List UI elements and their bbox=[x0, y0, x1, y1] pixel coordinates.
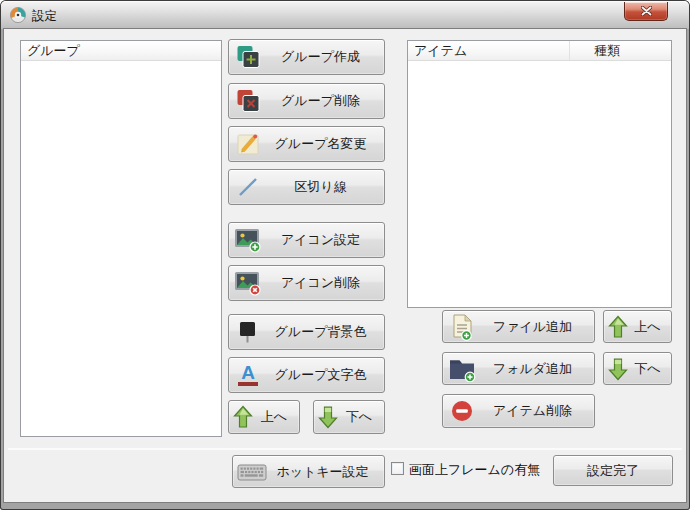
group-list[interactable]: グループ bbox=[20, 40, 222, 437]
delete-item-label: アイテム削除 bbox=[481, 402, 594, 420]
arrow-down-icon bbox=[314, 405, 342, 429]
arrow-up-icon bbox=[229, 405, 257, 429]
arrow-up-icon bbox=[604, 315, 632, 339]
item-move-down-label: 下へ bbox=[632, 360, 671, 378]
done-button[interactable]: 設定完了 bbox=[553, 455, 673, 486]
icon-delete-button[interactable]: アイコン削除 bbox=[228, 265, 385, 301]
item-move-up-button[interactable]: 上へ bbox=[603, 310, 672, 343]
rename-group-label: グループ名変更 bbox=[267, 135, 384, 153]
group-bg-color-label: グループ背景色 bbox=[267, 323, 384, 341]
settings-window: 設定 グループ グループ作成 bbox=[0, 0, 690, 510]
type-column-header: 種類 bbox=[594, 42, 620, 60]
item-column-header: アイテム bbox=[414, 42, 467, 60]
create-group-icon bbox=[229, 44, 267, 70]
add-folder-button[interactable]: フォルダ追加 bbox=[442, 352, 595, 385]
rename-group-button[interactable]: グループ名変更 bbox=[228, 126, 385, 162]
window-title: 設定 bbox=[32, 8, 57, 25]
item-move-down-button[interactable]: 下へ bbox=[603, 352, 672, 385]
group-bg-color-button[interactable]: グループ背景色 bbox=[228, 314, 385, 350]
create-group-button[interactable]: グループ作成 bbox=[228, 39, 385, 75]
bottom-separator bbox=[8, 448, 682, 449]
delete-group-label: グループ削除 bbox=[267, 92, 384, 110]
separator-line-button[interactable]: 区切り線 bbox=[228, 169, 385, 205]
keyboard-icon bbox=[233, 460, 271, 484]
close-icon bbox=[641, 6, 652, 16]
delete-group-button[interactable]: グループ削除 bbox=[228, 83, 385, 119]
item-list-header: アイテム 種類 bbox=[408, 41, 671, 61]
delete-item-icon bbox=[443, 399, 481, 423]
app-icon bbox=[10, 7, 26, 23]
title-bar: 設定 bbox=[1, 1, 689, 29]
icon-set-icon bbox=[229, 227, 267, 254]
done-label: 設定完了 bbox=[554, 462, 672, 480]
add-file-label: ファイル追加 bbox=[481, 318, 594, 336]
delete-item-button[interactable]: アイテム削除 bbox=[442, 394, 595, 428]
icon-delete-icon bbox=[229, 270, 267, 297]
separator-line-icon bbox=[229, 175, 267, 199]
group-move-up-button[interactable]: 上へ bbox=[228, 400, 300, 434]
add-folder-label: フォルダ追加 bbox=[481, 360, 594, 378]
icon-set-button[interactable]: アイコン設定 bbox=[228, 222, 385, 258]
item-move-up-label: 上へ bbox=[632, 318, 671, 336]
group-column-header: グループ bbox=[27, 42, 80, 60]
group-list-header: グループ bbox=[21, 41, 221, 61]
group-move-down-label: 下へ bbox=[342, 408, 384, 426]
separator-line-label: 区切り線 bbox=[267, 178, 384, 196]
delete-group-icon bbox=[229, 88, 267, 114]
group-text-color-button[interactable]: A グループ文字色 bbox=[228, 357, 385, 393]
group-text-color-label: グループ文字色 bbox=[267, 366, 384, 384]
item-list[interactable]: アイテム 種類 bbox=[407, 40, 672, 308]
close-button[interactable] bbox=[624, 2, 668, 21]
arrow-down-icon bbox=[604, 357, 632, 381]
frame-checkbox[interactable] bbox=[391, 462, 404, 475]
frame-checkbox-label[interactable]: 画面上フレームの有無 bbox=[409, 461, 540, 479]
group-move-up-label: 上へ bbox=[257, 408, 299, 426]
icon-delete-label: アイコン削除 bbox=[267, 274, 384, 292]
create-group-label: グループ作成 bbox=[267, 48, 384, 66]
add-file-button[interactable]: ファイル追加 bbox=[442, 310, 595, 343]
add-file-icon bbox=[443, 313, 481, 341]
hotkey-settings-button[interactable]: ホットキー設定 bbox=[232, 455, 385, 488]
hotkey-settings-label: ホットキー設定 bbox=[271, 463, 384, 481]
rename-group-icon bbox=[229, 132, 267, 157]
group-bg-color-icon bbox=[229, 319, 267, 345]
group-move-down-button[interactable]: 下へ bbox=[313, 400, 385, 434]
icon-set-label: アイコン設定 bbox=[267, 231, 384, 249]
add-folder-icon bbox=[443, 356, 481, 382]
group-text-color-icon: A bbox=[229, 364, 267, 386]
